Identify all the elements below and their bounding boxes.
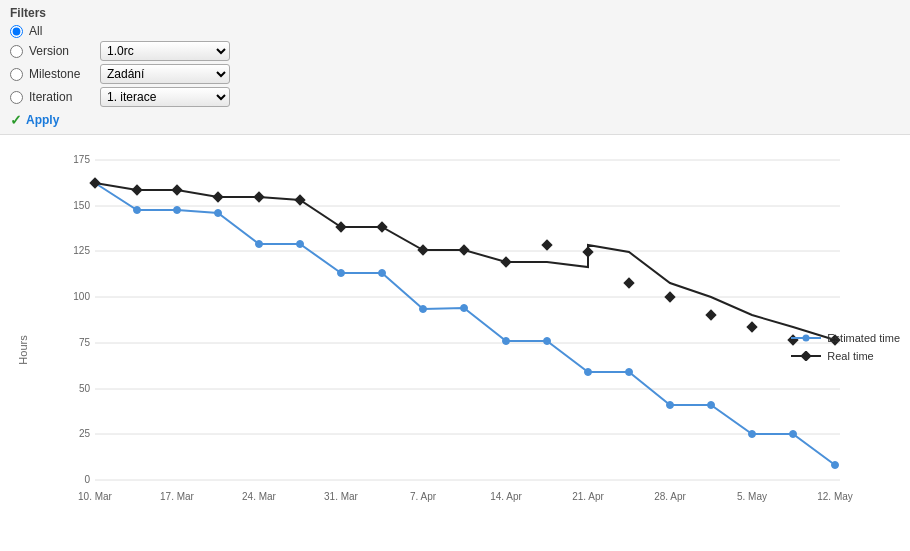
svg-rect-46 — [131, 184, 142, 195]
svg-point-42 — [749, 431, 756, 438]
chart-legend: Estimated time Real time — [791, 332, 900, 368]
svg-point-31 — [297, 241, 304, 248]
svg-rect-55 — [500, 256, 511, 267]
estimated-legend-item: Estimated time — [791, 332, 900, 344]
svg-text:150: 150 — [73, 200, 90, 211]
svg-text:175: 175 — [73, 154, 90, 165]
svg-point-40 — [667, 402, 674, 409]
svg-point-29 — [215, 210, 222, 217]
svg-rect-58 — [623, 277, 634, 288]
svg-point-65 — [803, 335, 810, 342]
svg-text:17. Mar: 17. Mar — [160, 491, 195, 502]
svg-point-34 — [420, 306, 427, 313]
iteration-filter-row: Iteration 1. iterace — [10, 87, 900, 107]
svg-rect-48 — [212, 191, 223, 202]
estimated-legend-label: Estimated time — [827, 332, 900, 344]
filters-title: Filters — [10, 6, 900, 20]
chart-container: Hours Dates .grid-line { stroke: #e0e0e0… — [0, 135, 910, 551]
real-legend-line — [791, 351, 821, 361]
svg-rect-61 — [746, 321, 757, 332]
svg-text:14. Apr: 14. Apr — [490, 491, 522, 502]
svg-rect-56 — [541, 239, 552, 250]
real-legend-item: Real time — [791, 350, 900, 362]
svg-point-43 — [790, 431, 797, 438]
filters-panel: Filters All Version 1.0rc Milestone Zadá… — [0, 0, 910, 135]
svg-text:10. Mar: 10. Mar — [78, 491, 113, 502]
svg-text:125: 125 — [73, 245, 90, 256]
all-label: All — [29, 24, 94, 38]
svg-rect-59 — [664, 291, 675, 302]
svg-point-37 — [544, 338, 551, 345]
svg-text:75: 75 — [79, 337, 91, 348]
svg-point-33 — [379, 270, 386, 277]
real-legend-label: Real time — [827, 350, 873, 362]
estimated-legend-line — [791, 334, 821, 342]
apply-label: Apply — [26, 113, 59, 127]
svg-rect-67 — [801, 351, 812, 361]
svg-point-35 — [461, 305, 468, 312]
svg-text:25: 25 — [79, 428, 91, 439]
milestone-label: Milestone — [29, 67, 94, 81]
svg-text:24. Mar: 24. Mar — [242, 491, 277, 502]
version-label: Version — [29, 44, 94, 58]
svg-point-38 — [585, 369, 592, 376]
version-filter-row: Version 1.0rc — [10, 41, 900, 61]
svg-rect-52 — [376, 221, 387, 232]
svg-point-41 — [708, 402, 715, 409]
svg-point-39 — [626, 369, 633, 376]
svg-rect-49 — [253, 191, 264, 202]
all-filter-row: All — [10, 24, 900, 38]
svg-point-30 — [256, 241, 263, 248]
checkmark-icon: ✓ — [10, 112, 22, 128]
chart-svg: .grid-line { stroke: #e0e0e0; stroke-wid… — [55, 145, 875, 525]
svg-text:50: 50 — [79, 383, 91, 394]
version-select[interactable]: 1.0rc — [100, 41, 230, 61]
svg-rect-51 — [335, 221, 346, 232]
milestone-filter-row: Milestone Zadání — [10, 64, 900, 84]
svg-rect-53 — [417, 244, 428, 255]
svg-text:31. Mar: 31. Mar — [324, 491, 359, 502]
milestone-radio[interactable] — [10, 68, 23, 81]
svg-rect-47 — [171, 184, 182, 195]
svg-rect-50 — [294, 194, 305, 205]
svg-text:5. May: 5. May — [737, 491, 767, 502]
svg-text:7. Apr: 7. Apr — [410, 491, 437, 502]
svg-point-32 — [338, 270, 345, 277]
svg-point-28 — [174, 207, 181, 214]
svg-rect-54 — [458, 244, 469, 255]
svg-text:0: 0 — [84, 474, 90, 485]
iteration-select[interactable]: 1. iterace — [100, 87, 230, 107]
svg-point-36 — [503, 338, 510, 345]
svg-rect-57 — [582, 246, 593, 257]
iteration-label: Iteration — [29, 90, 94, 104]
milestone-select[interactable]: Zadání — [100, 64, 230, 84]
svg-point-44 — [832, 462, 839, 469]
iteration-radio[interactable] — [10, 91, 23, 104]
version-radio[interactable] — [10, 45, 23, 58]
svg-text:21. Apr: 21. Apr — [572, 491, 604, 502]
svg-text:100: 100 — [73, 291, 90, 302]
svg-rect-45 — [89, 177, 100, 188]
svg-text:12. May: 12. May — [817, 491, 853, 502]
svg-text:28. Apr: 28. Apr — [654, 491, 686, 502]
apply-button[interactable]: ✓ Apply — [10, 110, 59, 130]
all-radio[interactable] — [10, 25, 23, 38]
svg-rect-60 — [705, 309, 716, 320]
svg-point-27 — [134, 207, 141, 214]
y-axis-label: Hours — [17, 335, 29, 364]
